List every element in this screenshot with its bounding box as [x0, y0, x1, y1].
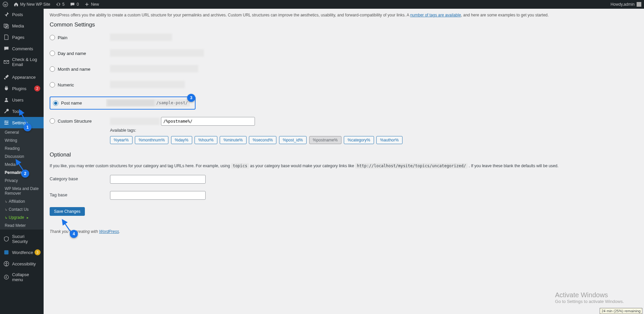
menu-label: Media [12, 23, 40, 28]
radio-numeric[interactable] [50, 82, 55, 87]
svg-point-3 [5, 98, 7, 100]
menu-label: Sucuri Security [12, 234, 40, 244]
option-plain-row: Plain [50, 34, 638, 42]
wp-logo[interactable] [0, 0, 11, 9]
tag-author[interactable]: %author% [376, 136, 402, 144]
comments-bubble[interactable]: 0 [67, 0, 82, 9]
annotation-4: 4 [70, 230, 78, 238]
menu-posts[interactable]: Posts [0, 9, 44, 20]
wordpress-icon [3, 2, 8, 7]
sub-writing[interactable]: Writing [0, 136, 44, 144]
menu-pages[interactable]: Pages [0, 32, 44, 43]
main-content: WordPress offers you the ability to crea… [44, 9, 644, 244]
tags-link[interactable]: number of tags are available [410, 13, 461, 17]
sub-reading[interactable]: Reading [0, 144, 44, 152]
common-settings-heading: Common Settings [50, 21, 638, 28]
mail-icon [3, 59, 9, 65]
save-changes-button[interactable]: Save Changes [50, 207, 85, 216]
radio-dayname[interactable] [50, 51, 55, 56]
category-base-row: Category base [50, 175, 638, 184]
option-dayname[interactable]: Day and name [50, 51, 110, 56]
updates-count: 5 [62, 2, 65, 7]
svg-point-6 [6, 124, 7, 125]
plus-icon [84, 2, 90, 7]
sub-upgrade[interactable]: ↳Upgrade➤ [0, 213, 44, 222]
radio-monthname[interactable] [50, 66, 55, 72]
menu-sucuri[interactable]: Sucuri Security [0, 231, 44, 244]
tag-monthnum[interactable]: %monthnum% [135, 136, 168, 144]
wordpress-link[interactable]: WordPress [99, 229, 119, 234]
example-blur [110, 65, 198, 72]
settings-submenu: General Writing Reading Discussion Media… [0, 128, 44, 230]
plugins-badge: 2 [34, 85, 40, 91]
option-label: Plain [58, 35, 67, 40]
sub-contact[interactable]: ↳Contact Us [0, 205, 44, 213]
tag-hour[interactable]: %hour% [195, 136, 217, 144]
sub-readmeter[interactable]: Read Meter [0, 222, 44, 230]
code-url: http://localhost/mysite/topics/uncategor… [355, 163, 468, 169]
option-custom[interactable]: Custom Structure [50, 118, 110, 124]
tag-postname[interactable]: %postname% [309, 136, 341, 144]
radio-custom[interactable] [50, 118, 55, 124]
category-base-input[interactable] [110, 175, 206, 184]
page-icon [3, 34, 9, 40]
avatar [637, 2, 641, 7]
option-plain[interactable]: Plain [50, 35, 110, 40]
tag-minute[interactable]: %minute% [220, 136, 246, 144]
tag-second[interactable]: %second% [249, 136, 276, 144]
home-icon [13, 2, 19, 7]
comments-count: 0 [76, 2, 79, 7]
menu-check-log-email[interactable]: Check & Log Email [0, 54, 44, 70]
pin-icon [3, 11, 9, 17]
new-content[interactable]: New [82, 0, 102, 9]
postname-highlight: Post name /sample-post/ [50, 97, 196, 110]
option-custom-row: Custom Structure Available tags: %year% … [50, 117, 638, 144]
menu-media[interactable]: Media [0, 20, 44, 32]
sub-affiliation[interactable]: ↳Affiliation [0, 197, 44, 205]
svg-point-1 [6, 26, 7, 27]
footer-thanks: Thank you for creating with WordPress. [50, 229, 638, 234]
option-monthname[interactable]: Month and name [50, 66, 110, 72]
radio-plain[interactable] [50, 35, 55, 40]
updates[interactable]: 5 [53, 0, 67, 9]
category-base-label: Category base [50, 175, 110, 181]
tag-base-input[interactable] [110, 191, 206, 200]
menu-appearance[interactable]: Appearance [0, 71, 44, 83]
annotation-1: 1 [23, 123, 32, 131]
site-name: My New WP Site [20, 2, 50, 7]
my-account[interactable]: Howdy, admin [608, 0, 644, 9]
annotation-3: 3 [187, 94, 195, 102]
tag-base-row: Tag base [50, 191, 638, 200]
option-label: Day and name [58, 51, 86, 56]
admin-bar-right: Howdy, admin [608, 0, 644, 9]
sub-general[interactable]: General [0, 128, 44, 136]
menu-label: Posts [12, 12, 40, 17]
menu-plugins[interactable]: Plugins 2 [0, 83, 44, 94]
option-numeric[interactable]: Numeric [50, 82, 110, 87]
site-home[interactable]: My New WP Site [11, 0, 53, 9]
tag-year[interactable]: %year% [110, 136, 132, 144]
sub-privacy[interactable]: Privacy [0, 177, 44, 185]
option-dayname-row: Day and name [50, 49, 638, 58]
wrench-icon [3, 108, 9, 114]
comment-icon [3, 46, 9, 52]
sub-wpmeta[interactable]: WP Meta and Date Remover [0, 185, 44, 197]
option-postname[interactable]: Post name [53, 101, 106, 106]
example-blur [110, 34, 172, 41]
option-monthname-row: Month and name [50, 65, 638, 73]
custom-structure-input[interactable] [161, 117, 255, 126]
option-label: Custom Structure [58, 119, 92, 124]
permalink-options: Plain Day and name Month and name Numeri… [50, 34, 638, 144]
option-numeric-row: Numeric [50, 81, 638, 89]
tag-day[interactable]: %day% [171, 136, 192, 144]
comment-icon [70, 2, 75, 7]
annotation-2: 2 [21, 170, 29, 178]
option-label: Numeric [58, 82, 74, 87]
radio-postname[interactable] [53, 101, 58, 106]
example-postname: /sample-post/ [106, 99, 190, 107]
tag-postid[interactable]: %post_id% [279, 136, 307, 144]
tag-category[interactable]: %category% [344, 136, 374, 144]
menu-users[interactable]: Users [0, 94, 44, 106]
menu-comments[interactable]: Comments [0, 43, 44, 54]
menu-label: Users [12, 98, 40, 103]
